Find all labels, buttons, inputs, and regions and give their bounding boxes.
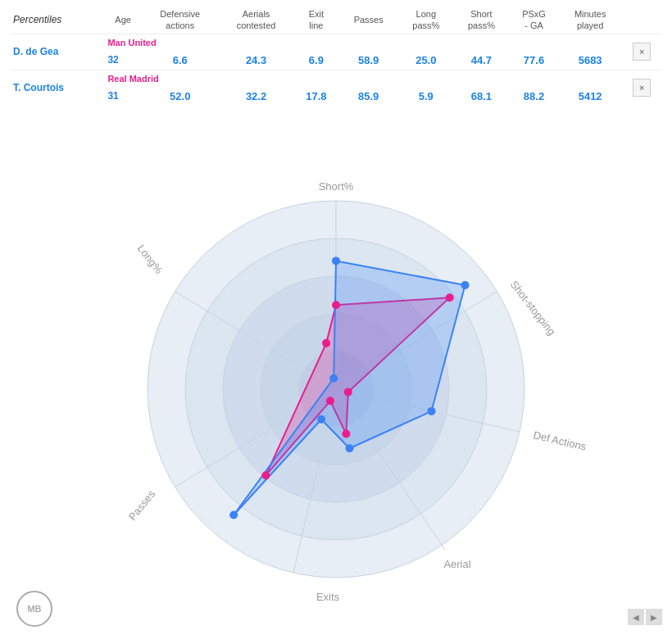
player1-psxg: 77.6 (509, 51, 559, 70)
player2-short-pass: 68.1 (454, 87, 510, 106)
table-section: Percentiles Age Defensiveactions Aerials… (0, 0, 672, 112)
col-exit-line: Exitline (293, 7, 338, 34)
label-passes: Passes (126, 488, 158, 523)
percentiles-table: Percentiles Age Defensiveactions Aerials… (10, 7, 662, 106)
player2-team: Real Madrid (104, 70, 621, 87)
label-shot: Shot-stopping (508, 279, 558, 338)
col-def-actions: Defensiveactions (142, 7, 219, 34)
player1-remove-button[interactable]: × (633, 43, 651, 61)
p1-dot-long (322, 339, 330, 347)
player2-psxg: 88.2 (509, 87, 559, 106)
label-exits: Exits (316, 591, 340, 603)
p2-dot-short (332, 256, 340, 265)
label-long: Long% (135, 243, 166, 276)
player1-exit-line: 6.9 (293, 51, 338, 70)
player1-name: D. de Gea (10, 34, 104, 70)
next-button[interactable]: ▶ (646, 609, 662, 625)
player2-name: T. Courtois (10, 70, 104, 106)
p1-dot-aerial (342, 430, 350, 438)
label-short: Short% (319, 180, 354, 193)
radar-chart: Short% Shot-stopping Def Actions Aerial … (0, 127, 672, 635)
label-def: Def Actions (532, 429, 588, 453)
player2-age: 31 (104, 87, 141, 106)
p2-dot-long (329, 374, 338, 383)
col-short-pass: Shortpass% (454, 7, 510, 34)
col-age: Age (104, 7, 141, 34)
player1-aerials: 24.3 (219, 51, 294, 70)
watermark: MB (16, 591, 52, 627)
player1-long-pass: 25.0 (398, 51, 454, 70)
col-minutes: Minutesplayed (559, 7, 622, 34)
player1-team: Man United (104, 34, 621, 51)
col-passes: Passes (338, 7, 398, 34)
col-long-pass: Longpass% (398, 7, 454, 34)
p1-dot-def (344, 388, 352, 396)
radar-section: Short% Shot-stopping Def Actions Aerial … (0, 127, 672, 635)
col-aerials: Aerialscontested (219, 7, 294, 34)
p2-dot-exits (317, 415, 325, 424)
p2-dot-def (428, 407, 436, 415)
label-aerial: Aerial (443, 558, 470, 570)
player1-short-pass: 44.7 (454, 51, 510, 70)
player1-passes: 58.9 (338, 51, 398, 70)
p2-dot-aerial (346, 444, 354, 452)
col-percentiles: Percentiles (10, 7, 104, 34)
player2-minutes: 5412 (559, 87, 622, 106)
player2-remove-cell: × (621, 70, 662, 106)
player1-stats-row: 32 6.6 24.3 6.9 58.9 25.0 44.7 77.6 5683 (10, 51, 662, 70)
player1-remove-cell: × (621, 34, 662, 70)
player-row-1: D. de Gea Man United × (10, 34, 662, 51)
player2-exit-line: 17.8 (293, 87, 338, 106)
player2-passes: 85.9 (338, 87, 398, 106)
prev-button[interactable]: ◀ (628, 609, 644, 625)
p1-dot-shot (446, 293, 454, 302)
player2-aerials: 32.2 (219, 87, 294, 106)
p2-dot-passes (229, 511, 238, 519)
p1-dot-short (332, 301, 340, 309)
nav-arrows: ◀ ▶ (628, 609, 662, 625)
col-remove (621, 7, 662, 34)
player1-def-actions: 6.6 (142, 51, 219, 70)
player1-age: 32 (104, 51, 141, 70)
col-psxg: PSxG- GA (509, 7, 559, 34)
p2-dot-shot (461, 281, 470, 289)
player1-minutes: 5683 (559, 51, 622, 70)
player2-long-pass: 5.9 (398, 87, 454, 106)
player2-remove-button[interactable]: × (633, 79, 651, 97)
player2-stats-row: 31 52.0 32.2 17.8 85.9 5.9 68.1 88.2 541… (10, 87, 662, 106)
player2-def-actions: 52.0 (142, 87, 219, 106)
player-row-2: T. Courtois Real Madrid × (10, 70, 662, 87)
p1-dot-exits (326, 397, 334, 405)
p1-dot-passes (261, 471, 270, 479)
